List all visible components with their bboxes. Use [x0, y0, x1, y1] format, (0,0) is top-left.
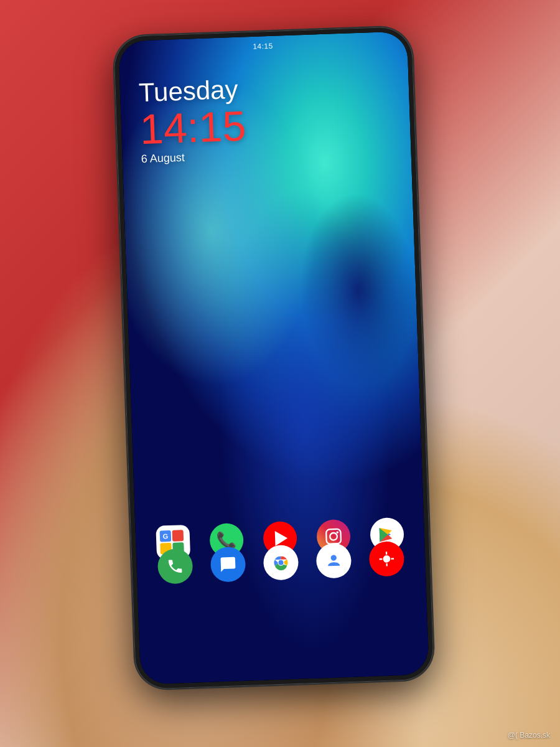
phone-outer: 14:15 Tuesday 14:15 6 August [113, 26, 434, 690]
scene: 14:15 Tuesday 14:15 6 August [0, 0, 560, 747]
svg-point-2 [336, 531, 338, 533]
svg-point-6 [330, 555, 337, 561]
watermark: @( Bazos.sk [508, 731, 550, 740]
phone-wrapper: 14:15 Tuesday 14:15 6 August [113, 26, 434, 690]
svg-rect-0 [326, 529, 341, 544]
dock-phone-icon[interactable] [157, 548, 194, 585]
status-time: 14:15 [253, 42, 273, 51]
dock-chrome-icon[interactable] [263, 545, 299, 581]
phone-screen: 14:15 Tuesday 14:15 6 August [118, 31, 429, 685]
app-drawer: G Google 📞 [135, 517, 426, 598]
svg-point-1 [330, 533, 337, 540]
svg-point-7 [383, 555, 390, 563]
dock-special-icon[interactable] [368, 541, 404, 577]
clock-time: 14:15 [139, 104, 246, 150]
clock-area: Tuesday 14:15 6 August [138, 74, 247, 166]
dock-messages-icon[interactable] [210, 547, 246, 583]
dock-contacts-icon[interactable] [315, 543, 352, 579]
